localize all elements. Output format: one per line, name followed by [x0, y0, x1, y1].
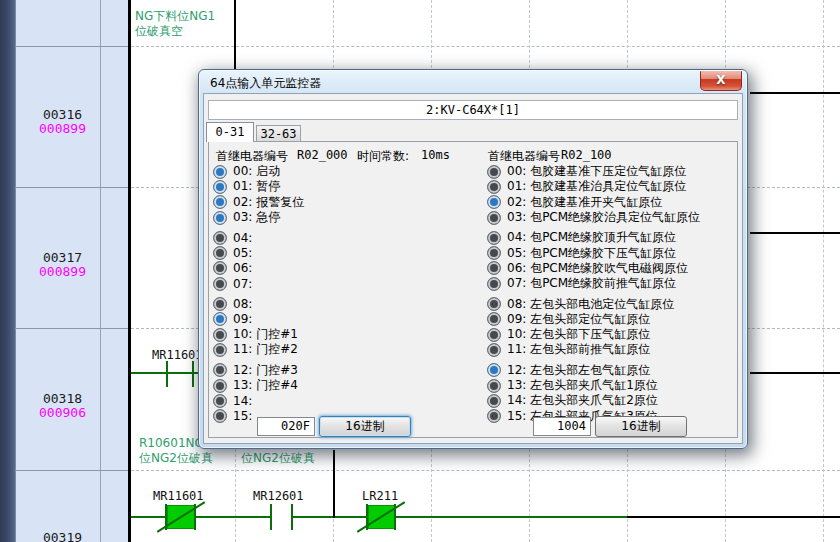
input-point-label: 09:: [233, 312, 252, 326]
close-icon: X: [716, 73, 725, 87]
input-monitor-dialog: 64点输入单元监控器 X 2:KV-C64X*[1] 0-31 32-63 首继…: [198, 69, 748, 449]
input-point-label: 05:: [233, 246, 252, 260]
input-point-row: 02: 包胶建基准开夹气缸原位: [485, 195, 747, 210]
input-point-row: 12: 左包头部左包气缸原位: [485, 363, 747, 378]
step-count: 000906: [20, 406, 105, 420]
row-separator: [15, 328, 128, 329]
input-point-row: 10: 门控#1: [211, 327, 473, 342]
led-off-indicator: [487, 246, 501, 260]
rung-label: 00316 000899: [20, 108, 105, 136]
row-separator: [15, 187, 128, 188]
rung-label: 00318 000906: [20, 392, 105, 420]
step-count: 000899: [20, 122, 105, 136]
rung-label: 00317 000899: [20, 251, 105, 279]
ladder-left-rail: [128, 0, 131, 542]
input-point-label: 08:: [233, 297, 252, 311]
step-count: 000899: [20, 265, 105, 279]
contact-symbol[interactable]: [291, 504, 293, 530]
rung-wire: [627, 516, 840, 518]
led-on-indicator: [213, 180, 227, 194]
tab-0-31[interactable]: 0-31: [206, 122, 254, 142]
led-off-indicator: [213, 328, 227, 342]
led-off-indicator: [487, 165, 501, 179]
time-constant-label: 时间常数:: [357, 148, 409, 165]
led-off-indicator: [487, 379, 501, 393]
left-nav-strip: [0, 0, 15, 542]
input-point-row: 08:: [211, 296, 473, 311]
led-off-indicator: [213, 297, 227, 311]
contact-symbol[interactable]: [192, 361, 194, 387]
unit-id-bar: 2:KV-C64X*[1]: [208, 100, 738, 120]
rung-wire: [131, 372, 198, 374]
led-off-indicator: [213, 343, 227, 357]
hex-button-left[interactable]: 16进制: [319, 416, 411, 437]
rung-grid-line: [131, 46, 840, 47]
input-point-label: 07:: [233, 277, 252, 291]
close-button[interactable]: X: [700, 71, 742, 91]
step-number: 00319: [20, 531, 105, 542]
relay-number: R02_100: [561, 148, 612, 162]
contact-gap: [272, 510, 291, 523]
comment-line: 位NG2位破真: [241, 451, 315, 466]
ladder-comment: 位NG2位破真: [241, 451, 315, 466]
input-point-row: 11: 门控#2: [211, 342, 473, 357]
comment-line: 位破真空: [135, 24, 215, 39]
led-off-indicator: [487, 211, 501, 225]
input-point-label: 07: 包PCM绝缘胶前推气缸原位: [507, 275, 676, 292]
comment-line: 位NG2位破真: [139, 451, 213, 466]
led-on-indicator: [487, 195, 501, 209]
branch-wire: [234, 0, 236, 69]
led-on-indicator: [213, 312, 227, 326]
led-off-indicator: [213, 261, 227, 275]
hex-button-right[interactable]: 16进制: [595, 416, 687, 437]
rung-grid-line: [131, 470, 840, 471]
contact-symbol[interactable]: [270, 504, 272, 530]
input-point-row: 01: 暂停: [211, 179, 473, 194]
points-tab-panel: 首继电器编号 R02_000 时间常数: 10ms 首继电器编号 R02_100…: [208, 141, 738, 438]
input-point-label: 03: 包PCM绝缘胶治具定位气缸原位: [507, 209, 700, 226]
contact-label: MR12601: [253, 489, 304, 503]
led-off-indicator: [487, 343, 501, 357]
input-point-row: 04: 包PCM绝缘胶顶升气缸原位: [485, 230, 747, 245]
bank-value-field-right[interactable]: 1004: [533, 417, 591, 436]
led-off-indicator: [213, 409, 227, 423]
relay-number: R02_000: [297, 148, 348, 162]
led-on-indicator: [487, 363, 501, 377]
dialog-title[interactable]: 64点输入单元监控器: [210, 75, 321, 92]
rung-wire: [750, 372, 840, 374]
rung-wire: [750, 92, 840, 94]
input-point-label: 04:: [233, 231, 252, 245]
led-off-indicator: [487, 261, 501, 275]
led-on-indicator: [213, 165, 227, 179]
led-on-indicator: [213, 211, 227, 225]
input-point-row: 14: 左包头部夹爪气缸2原位: [485, 393, 747, 408]
input-point-row: 02: 报警复位: [211, 195, 473, 210]
step-number: 00316: [20, 108, 105, 122]
led-off-indicator: [213, 363, 227, 377]
input-point-label: 11: 门控#2: [233, 341, 298, 358]
input-point-row: 05:: [211, 245, 473, 260]
led-off-indicator: [487, 231, 501, 245]
tab-32-63[interactable]: 32-63: [256, 125, 301, 142]
input-point-row: 09: 左包头部定位气缸原位: [485, 312, 747, 327]
input-point-row: 03: 急停: [211, 210, 473, 225]
contact-symbol[interactable]: [166, 361, 168, 387]
input-point-row: 11: 左包头部前推气缸原位: [485, 342, 747, 357]
led-off-indicator: [487, 297, 501, 311]
led-off-indicator: [213, 277, 227, 291]
contact-label: MR11601: [152, 348, 203, 362]
step-number: 00317: [20, 251, 105, 265]
column-grid-line: [823, 0, 824, 542]
input-point-row: 13: 门控#4: [211, 378, 473, 393]
input-point-row: 05: 包PCM绝缘胶下压气缸原位: [485, 245, 747, 260]
led-off-indicator: [487, 180, 501, 194]
input-point-row: 07: 包PCM绝缘胶前推气缸原位: [485, 276, 747, 291]
dialog-body: 2:KV-C64X*[1] 0-31 32-63 首继电器编号 R02_000 …: [203, 93, 743, 444]
step-number: 00318: [20, 392, 105, 406]
bank-value-field-left[interactable]: 020F: [257, 417, 315, 436]
row-separator: [15, 470, 128, 471]
input-point-row: 00: 启动: [211, 164, 473, 179]
led-off-indicator: [487, 328, 501, 342]
input-point-row: 01: 包胶建基准治具定位气缸原位: [485, 179, 747, 194]
row-separator: [15, 46, 128, 47]
